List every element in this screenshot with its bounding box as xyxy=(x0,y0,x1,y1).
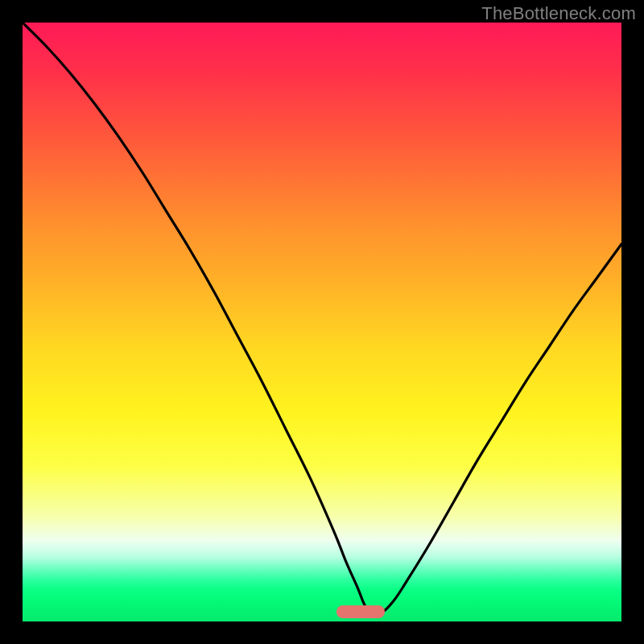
optimal-range-marker xyxy=(336,605,385,618)
watermark-text: TheBottleneck.com xyxy=(481,3,636,24)
plot-area xyxy=(23,23,621,621)
chart-frame: TheBottleneck.com xyxy=(0,0,644,644)
bottleneck-curve xyxy=(23,23,621,621)
